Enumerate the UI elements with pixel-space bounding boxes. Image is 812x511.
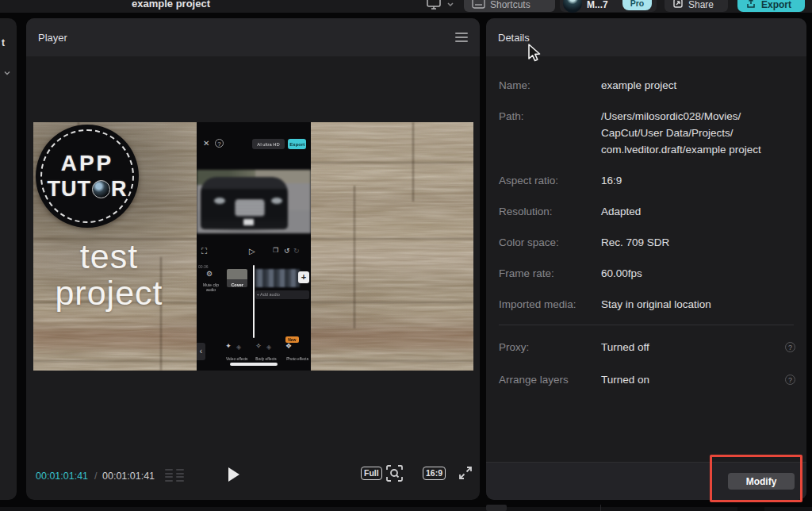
chevron-down-icon[interactable]	[3, 71, 11, 76]
details-divider	[499, 325, 794, 325]
phone-screenshot: ✕ ? AI ultra HD Export ⛶ ▷ ❐ ↺ ↻ 00:	[197, 122, 311, 371]
timeline-button-fragment	[486, 505, 507, 511]
top-toolbar: example project Shortcuts M...7 Pro Shar…	[0, 0, 812, 13]
details-row-label: Frame rate:	[499, 265, 601, 282]
details-row: Color space: Rec. 709 SDR	[499, 234, 795, 251]
logo-text-tut: TUT	[48, 176, 91, 202]
camera-lens-icon	[92, 180, 110, 198]
account-label: M...7	[587, 0, 608, 10]
share-icon	[672, 0, 684, 10]
cover-thumbnail: Cover	[227, 269, 247, 287]
details-row-label: Imported media:	[499, 296, 601, 313]
player-header: Player	[26, 18, 480, 56]
help-icon[interactable]: ?	[785, 342, 795, 352]
details-toggle-rows: Proxy: Turned off ? Arrange layers Turne…	[499, 339, 795, 404]
details-row-value: Turned on	[601, 371, 649, 388]
details-row-label: Name:	[499, 77, 601, 94]
wood-crack	[354, 186, 355, 328]
chevron-down-icon[interactable]	[446, 2, 454, 8]
wood-plank-line	[287, 162, 473, 163]
details-row-value: Rec. 709 SDR	[601, 234, 795, 251]
car-headlight	[214, 198, 225, 204]
caption-project: project	[33, 275, 194, 311]
timeline-dark-fragment	[737, 507, 764, 511]
help-icon[interactable]: ?	[785, 375, 795, 385]
back-chevron: ‹	[197, 343, 205, 360]
mouse-cursor	[527, 44, 541, 63]
timeline-filmstrip	[255, 269, 300, 287]
export-icon	[745, 0, 756, 10]
preview-zoom-icon[interactable]	[386, 465, 403, 482]
aspect-ratio-button[interactable]: 16:9	[423, 467, 446, 480]
redo-icon: ↻	[293, 247, 300, 255]
details-row-label: Aspect ratio:	[499, 172, 601, 189]
details-row: Name: example project	[499, 77, 795, 94]
dim-icon: ◈	[236, 344, 241, 351]
new-badge: New	[285, 336, 299, 343]
details-toggle-row: Proxy: Turned off ?	[499, 339, 795, 355]
play-icon: ▷	[249, 247, 255, 256]
fullscreen-icon[interactable]	[458, 465, 473, 481]
details-row: Frame rate: 60.00fps	[499, 265, 795, 282]
dim-icon: ◈	[266, 344, 271, 351]
add-audio-track: + Add audio	[255, 290, 309, 299]
help-icon: ?	[215, 139, 224, 148]
car-photo	[197, 170, 311, 233]
frame-grid-icon[interactable]	[165, 469, 184, 482]
share-label: Share	[688, 0, 714, 10]
export-button[interactable]: Export	[737, 0, 805, 12]
details-panel: Details Name: example project Path: /Use…	[486, 18, 806, 500]
player-menu-icon[interactable]	[455, 33, 468, 42]
details-row: Imported media: Stay in original locatio…	[499, 296, 795, 313]
phone-toolbar: ⛶ ▷ ❐ ↺ ↻	[197, 247, 311, 259]
layers-icon: ❐	[273, 247, 278, 254]
share-button[interactable]: Share	[665, 0, 728, 12]
expand-icon: ⛶	[201, 247, 207, 256]
shortcuts-button[interactable]: Shortcuts	[464, 0, 555, 12]
current-time: 00:01:01:41	[36, 471, 88, 482]
video-preview[interactable]: APP TUTR test project ✕ ? AI ultra HD Ex…	[33, 122, 473, 371]
logo-text-r: R	[111, 176, 128, 202]
timeline-panel-edge	[0, 507, 812, 511]
close-icon: ✕	[203, 139, 209, 148]
account-button[interactable]: M...7 Pro	[560, 0, 657, 12]
details-row-label: Resolution:	[499, 203, 601, 220]
details-row: Aspect ratio: 16:9	[499, 172, 795, 189]
app-tutor-logo: APP TUTR	[36, 125, 139, 228]
export-label: Export	[761, 0, 791, 10]
quality-pill: AI ultra HD	[252, 139, 285, 149]
shortcuts-label: Shortcuts	[490, 0, 530, 10]
car-headlight	[271, 198, 282, 204]
player-panel: Player	[26, 18, 480, 500]
details-row-value: 60.00fps	[601, 265, 795, 282]
car-plate	[243, 219, 254, 225]
gear-icon: ⚙	[206, 270, 213, 278]
wood-crack	[412, 122, 414, 202]
display-icon[interactable]	[426, 0, 442, 12]
details-row-label: Arrange layers	[499, 371, 601, 388]
mute-clip-label: Mute clip audio	[197, 279, 227, 296]
play-button[interactable]	[228, 467, 239, 482]
playhead	[253, 265, 255, 338]
avatar	[563, 0, 582, 13]
logo-text-tutor: TUTR	[48, 176, 128, 202]
undo-icon: ↺	[284, 247, 290, 255]
details-row-label: Proxy:	[499, 339, 601, 355]
details-row-value: example project	[601, 77, 795, 94]
home-indicator	[230, 363, 278, 366]
caption-test: test	[33, 238, 194, 275]
phone-tool-photo-effects: ❖Photo effects	[274, 342, 303, 365]
logo-text-app: APP	[61, 151, 114, 176]
keyboard-icon	[472, 0, 485, 10]
timeline-divider-fragment	[600, 505, 601, 511]
details-row-value: /Users/milosordic028/Movies/CapCut/User …	[601, 108, 795, 158]
details-row-label: Color space:	[499, 234, 601, 251]
sliver-text-fragment: t	[2, 37, 5, 48]
details-row-value: Stay in original location	[601, 296, 795, 313]
preview-caption: test project	[33, 238, 194, 311]
details-toggle-row: Arrange layers Turned on ?	[499, 371, 795, 388]
full-button[interactable]: Full	[361, 467, 382, 480]
details-rows: Name: example project Path: /Users/milos…	[499, 74, 795, 327]
details-row: Resolution: Adapted	[499, 203, 795, 220]
details-title: Details	[498, 32, 530, 44]
